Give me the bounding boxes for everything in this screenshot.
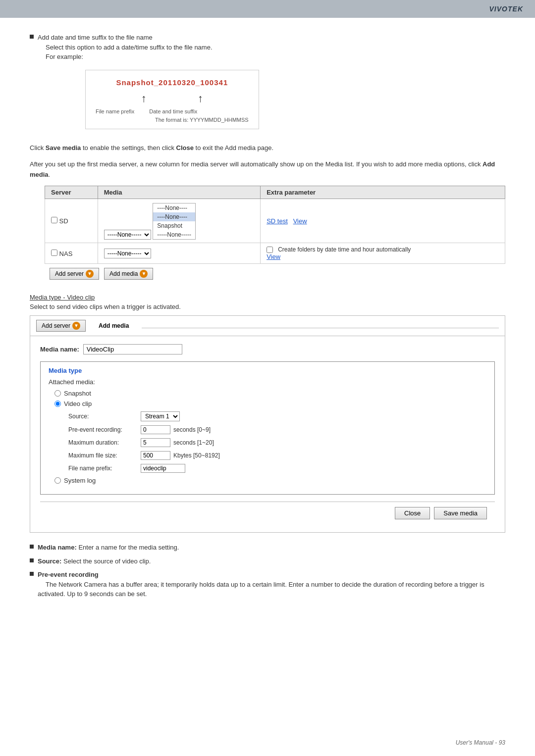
add-server-button-1[interactable]: Add server ▼ <box>50 268 99 280</box>
pre-event-input[interactable] <box>141 425 170 434</box>
bullet-icon-2 <box>30 558 34 562</box>
sd-test-link[interactable]: SD test <box>267 217 288 225</box>
bullet-media-name: Media name: Enter a name for the media s… <box>30 543 505 553</box>
radio-syslog-label: System log <box>64 477 96 484</box>
add-server-icon-1: ▼ <box>86 270 94 278</box>
bottom-bullets: Media name: Enter a name for the media s… <box>30 543 505 599</box>
filename-prefix-input[interactable] <box>141 464 185 473</box>
source-select[interactable]: Stream 1 <box>141 411 180 421</box>
videoclip-panel: Add server ▼ Add media Media name: Media… <box>30 315 505 533</box>
vc-fields: Source: Stream 1 Pre-event recording: se… <box>68 411 486 473</box>
pre-event-label: Pre-event recording: <box>68 426 138 433</box>
arrows-container: ↑ ↑ <box>96 90 249 106</box>
bullet-pre-event-text: Pre-event recording The Network Camera h… <box>38 570 505 599</box>
media-name-input[interactable] <box>83 344 182 354</box>
format-note: The format is: YYYYMMDD_HHMMSS <box>155 116 249 124</box>
sd-dropdown-shown: ----None---- ----None---- Snapshot -----… <box>153 203 196 240</box>
save-media-button[interactable]: Save media <box>434 507 487 519</box>
filename-prefix-label: File name prefix: <box>68 465 138 472</box>
max-filesize-input[interactable] <box>141 451 170 460</box>
vc-body: Media name: Media type Attached media: S… <box>30 336 505 532</box>
media-table-section: Server Media Extra parameter SD <box>45 186 505 284</box>
media-type-box: Media type Attached media: Snapshot Vide… <box>40 361 495 495</box>
bullet-date-suffix-text: Add date and time suffix to the file nam… <box>38 33 259 134</box>
bold-save-media: Save media <box>46 144 81 151</box>
table-row-sd: SD -----None----- ----None---- Snapshot … <box>45 199 505 243</box>
bullet-source-label: Source: <box>38 557 61 565</box>
add-media-button-2[interactable]: Add media <box>94 321 134 331</box>
sd-view-link[interactable]: View <box>293 217 307 225</box>
attached-media-label: Attached media: <box>49 378 486 386</box>
labels-row: File name prefix Date and time suffix <box>96 107 249 116</box>
bullet-pre-event-label: Pre-event recording <box>38 571 99 578</box>
close-button[interactable]: Close <box>395 507 430 519</box>
nas-checkbox[interactable] <box>51 250 57 256</box>
bullet-icon <box>30 35 34 39</box>
sd-checkbox[interactable] <box>51 217 57 223</box>
max-duration-input[interactable] <box>141 438 170 447</box>
bullet-icon-1 <box>30 545 34 549</box>
add-media-button-1[interactable]: Add media ▼ <box>104 268 153 280</box>
radio-videoclip[interactable] <box>54 401 61 407</box>
sd-opt-none2: ----None---- <box>153 212 195 221</box>
bullet-main-text: Add date and time suffix to the file nam… <box>38 34 153 41</box>
sd-opt-snapshot: Snapshot <box>153 221 195 230</box>
radio-syslog-row: System log <box>54 477 486 484</box>
bullet-media-name-text: Media name: Enter a name for the media s… <box>38 543 179 553</box>
create-folders-checkbox[interactable] <box>267 247 273 253</box>
add-server-icon-2: ▼ <box>72 322 80 330</box>
label-suffix: Date and time suffix <box>149 107 197 116</box>
filename-example: Snapshot_20110320_100341 <box>96 77 249 89</box>
page: VIVOTEK Add date and time suffix to the … <box>0 0 535 756</box>
bullet-icon-3 <box>30 572 34 576</box>
sd-dropdown-container: -----None----- ----None---- Snapshot ---… <box>104 202 254 240</box>
radio-videoclip-label: Video clip <box>64 400 92 407</box>
add-buttons-row: Add server ▼ Add media ▼ <box>45 264 505 284</box>
cell-nas-checkbox: NAS <box>45 243 98 264</box>
sd-opt-none: ----None---- <box>153 203 195 212</box>
max-filesize-note: Kbytes [50~8192] <box>173 452 220 459</box>
max-filesize-row: Maximum file size: Kbytes [50~8192] <box>68 451 486 460</box>
add-server-button-2[interactable]: Add server ▼ <box>36 320 86 332</box>
cell-sd-extra: SD test View <box>261 199 505 243</box>
bullet-media-name-value: Enter a name for the media setting. <box>78 544 179 551</box>
create-folders-row: Create folders by date time and hour aut… <box>267 246 499 253</box>
section-date-suffix: Add date and time suffix to the file nam… <box>30 33 505 134</box>
bullet-date-suffix: Add date and time suffix to the file nam… <box>30 33 505 134</box>
create-folders-label: Create folders by date time and hour aut… <box>278 246 411 253</box>
col-header-media: Media <box>98 186 260 199</box>
header-divider <box>142 328 499 328</box>
footer-buttons: Close Save media <box>40 502 495 524</box>
media-type-sub: Select to send video clips when a trigge… <box>30 303 505 310</box>
bullet-sub-text: Select this option to add a date/time su… <box>46 44 213 51</box>
media-type-heading: Media type - Video clip <box>30 294 505 301</box>
bullet-pre-event-value: The Network Camera has a buffer area; it… <box>38 581 484 598</box>
media-table: Server Media Extra parameter SD <box>45 186 505 264</box>
nas-media-select[interactable]: -----None----- <box>104 249 151 258</box>
max-duration-row: Maximum duration: seconds [1~20] <box>68 438 486 447</box>
media-type-heading-section: Media type - Video clip Select to send v… <box>30 294 505 310</box>
bullet-source-value: Select the source of video clip. <box>63 557 151 565</box>
radio-snapshot-label: Snapshot <box>64 390 91 397</box>
bullet-media-name-label: Media name: <box>38 544 77 551</box>
para-media-server: After you set up the first media server,… <box>30 159 505 180</box>
table-row-nas: NAS -----None----- Create folders by dat… <box>45 243 505 264</box>
content-area: Add date and time suffix to the file nam… <box>0 18 535 621</box>
col-header-extra: Extra parameter <box>261 186 505 199</box>
arrow-suffix-icon: ↑ <box>198 90 203 106</box>
pre-event-row: Pre-event recording: seconds [0~9] <box>68 425 486 434</box>
source-label: Source: <box>68 413 138 420</box>
add-media-label-2: Add media <box>99 322 129 329</box>
page-footer: User's Manual - 93 <box>456 739 505 746</box>
add-server-label-2: Add server <box>42 322 70 329</box>
pre-event-note: seconds [0~9] <box>173 426 211 433</box>
max-duration-note: seconds [1~20] <box>173 439 214 446</box>
sd-media-select[interactable]: -----None----- ----None---- Snapshot ---… <box>104 230 151 240</box>
media-type-title: Media type <box>49 367 486 374</box>
radio-syslog[interactable] <box>54 477 61 484</box>
sd-opt-none3: -----None----- <box>153 230 195 239</box>
source-row: Source: Stream 1 <box>68 411 486 421</box>
bullet-pre-event: Pre-event recording The Network Camera h… <box>30 570 505 599</box>
radio-snapshot[interactable] <box>54 390 61 397</box>
nas-view-link[interactable]: View <box>267 253 280 260</box>
